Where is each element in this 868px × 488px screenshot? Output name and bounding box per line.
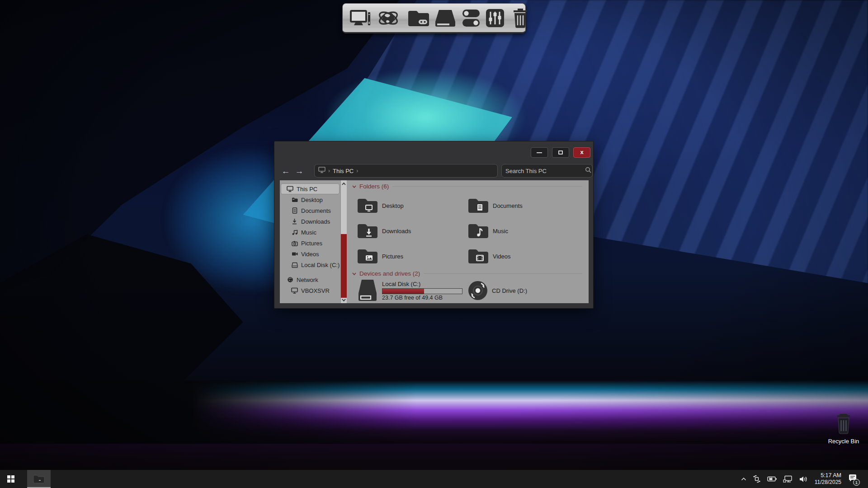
folder-tiles: Desktop Documents: [352, 195, 582, 267]
drive-tile-cd[interactable]: CD Drive (D:): [463, 278, 574, 303]
network-icon[interactable]: [782, 474, 794, 484]
sidebar-item-local-disk[interactable]: Local Disk (C:): [280, 259, 340, 270]
action-center-button[interactable]: 1: [847, 473, 860, 485]
network-globe-icon: [287, 277, 293, 283]
hard-drive-icon: [357, 279, 378, 302]
monitor-icon: [291, 287, 298, 294]
taskbar-empty-area[interactable]: [51, 470, 740, 488]
folder-tile-pictures[interactable]: Pictures: [352, 246, 463, 267]
documents-folder-icon: [467, 197, 489, 215]
capacity-bar: [382, 288, 462, 294]
computer-icon[interactable]: [349, 7, 375, 29]
breadcrumb[interactable]: This PC: [333, 168, 354, 174]
folder-icon: [291, 197, 298, 203]
sidebar-item-label: VBOXSVR: [301, 287, 330, 294]
back-button[interactable]: ←: [281, 167, 291, 175]
drive-icon[interactable]: [433, 7, 458, 29]
folder-tile-videos[interactable]: Videos: [463, 246, 574, 267]
sidebar-item-downloads[interactable]: Downloads: [280, 216, 340, 227]
mixer-icon[interactable]: [484, 7, 506, 29]
drive-free-space: 23.7 GB free of 49.4 GB: [382, 295, 462, 301]
taskbar-file-explorer-button[interactable]: [27, 470, 51, 488]
battery-icon[interactable]: [766, 474, 778, 483]
maximize-button[interactable]: [552, 147, 569, 158]
folders-section-header[interactable]: Folders (6): [352, 183, 582, 190]
disk-drive-icon: [291, 262, 298, 268]
dock-group-system: [346, 7, 403, 29]
folder-label: Desktop: [382, 202, 404, 209]
games-folder-icon[interactable]: [406, 7, 432, 29]
devices-section-header[interactable]: Devices and drives (2): [352, 270, 582, 277]
scroll-up-arrow[interactable]: [341, 180, 347, 187]
sidebar-item-desktop[interactable]: Desktop: [280, 194, 340, 205]
windows-logo-icon: [7, 475, 14, 483]
navigation-bar: ← → › This PC ›: [274, 161, 593, 180]
sidebar-item-label: Pictures: [301, 240, 322, 247]
minimize-button[interactable]: [531, 147, 548, 158]
pictures-folder-icon: [357, 247, 378, 265]
tray-utility-icon[interactable]: [751, 474, 762, 484]
folder-tile-downloads[interactable]: Downloads: [352, 221, 463, 241]
start-button[interactable]: [0, 470, 22, 488]
search-icon[interactable]: [585, 167, 591, 175]
taskbar-clock[interactable]: 5:17 AM 11/28/2025: [813, 472, 843, 486]
search-input[interactable]: [505, 168, 585, 174]
folder-label: Music: [493, 228, 508, 235]
forward-button[interactable]: →: [294, 167, 304, 175]
close-icon: x: [580, 149, 583, 155]
sidebar-item-label: This PC: [297, 186, 317, 192]
downloads-folder-icon: [357, 222, 378, 240]
scrollbar-thumb[interactable]: [341, 234, 347, 298]
video-camera-icon: [291, 251, 298, 258]
sidebar-item-documents[interactable]: Documents: [280, 205, 340, 216]
trash-icon[interactable]: [510, 7, 530, 29]
recycle-bin-shortcut[interactable]: Recycle Bin: [818, 412, 868, 445]
desktop-folder-icon: [357, 197, 378, 215]
sidebar-item-label: Music: [301, 229, 316, 236]
hidden-icons-chevron[interactable]: [740, 476, 747, 482]
sidebar-item-label: Videos: [301, 251, 319, 258]
folder-tile-music[interactable]: Music: [463, 221, 574, 241]
breadcrumb-chevron[interactable]: ›: [356, 168, 358, 174]
sidebar-item-videos[interactable]: Videos: [280, 249, 340, 259]
monitor-icon: [287, 186, 293, 192]
folder-tile-desktop[interactable]: Desktop: [352, 195, 463, 216]
system-tray: 5:17 AM 11/28/2025 1: [740, 470, 868, 488]
sidebar-item-pictures[interactable]: Pictures: [280, 238, 340, 249]
scroll-down-arrow[interactable]: [341, 296, 347, 303]
notification-badge: 1: [853, 479, 860, 486]
capacity-bar-fill: [382, 289, 424, 294]
file-list-pane: Folders (6) Desktop: [347, 180, 589, 303]
drive-label: CD Drive (D:): [492, 287, 527, 294]
sidebar-item-music[interactable]: Music: [280, 227, 340, 238]
network-globe-icon[interactable]: [376, 7, 401, 29]
sidebar-item-vboxsvr[interactable]: VBOXSVR: [280, 285, 340, 296]
section-rule: [424, 273, 582, 274]
volume-icon[interactable]: [798, 474, 809, 484]
drive-tile-local-disk[interactable]: Local Disk (C:) 23.7 GB free of 49.4 GB: [352, 278, 463, 303]
window-body: This PC Desktop Documents Downloads Musi…: [280, 180, 589, 303]
sidebar-item-this-pc[interactable]: This PC: [280, 183, 340, 194]
recycle-bin-icon: [834, 412, 853, 435]
sidebar-item-label: Downloads: [301, 218, 330, 225]
sidebar-item-label: Network: [297, 277, 318, 283]
toggles-icon[interactable]: [459, 7, 483, 29]
sidebar-scrollbar[interactable]: [340, 180, 347, 303]
address-bar[interactable]: › This PC ›: [314, 164, 498, 178]
breadcrumb-chevron[interactable]: ›: [328, 168, 330, 174]
close-button[interactable]: x: [573, 147, 590, 158]
clock-time: 5:17 AM: [815, 472, 841, 479]
folder-tile-documents[interactable]: Documents: [463, 195, 574, 216]
address-computer-icon: [318, 167, 326, 175]
sidebar-item-network[interactable]: Network: [280, 274, 340, 285]
desktop-dock: [342, 3, 526, 33]
folder-label: Downloads: [382, 228, 411, 235]
dock-group-tools: [403, 7, 508, 29]
file-explorer-window: x ← → › This PC ›: [274, 141, 594, 309]
search-box[interactable]: [501, 164, 593, 178]
dock-group-trash: [508, 7, 533, 29]
document-icon: [291, 207, 298, 214]
title-bar[interactable]: x: [274, 141, 593, 161]
cd-disc-icon: [467, 280, 488, 301]
desktop-screen: x ← → › This PC ›: [0, 0, 868, 488]
